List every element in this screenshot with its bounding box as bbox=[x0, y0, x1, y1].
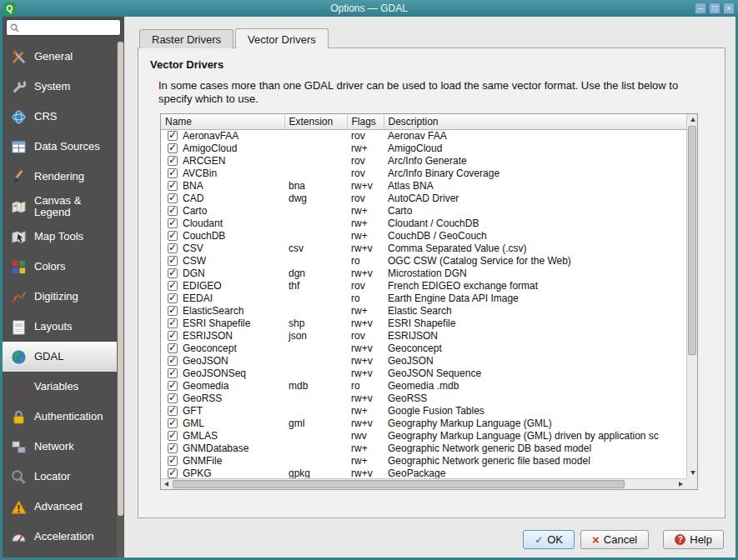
table-row[interactable]: BNA bna rw+v Atlas BNA bbox=[161, 179, 686, 192]
close-button[interactable]: × bbox=[723, 2, 735, 14]
system-wrench-icon bbox=[8, 77, 28, 97]
table-row[interactable]: Carto rw+ Carto bbox=[161, 204, 686, 217]
column-header-name[interactable]: Name bbox=[161, 114, 284, 130]
scroll-left-button[interactable] bbox=[161, 479, 172, 490]
column-header-description[interactable]: Description bbox=[384, 114, 686, 130]
scroll-down-button[interactable] bbox=[687, 468, 698, 478]
sidebar-item-crs[interactable]: CRS bbox=[3, 102, 117, 132]
table-row[interactable]: CSV csv rw+v Comma Separated Value (.csv… bbox=[161, 242, 686, 254]
sidebar-item-network[interactable]: Network bbox=[3, 432, 117, 462]
table-row[interactable]: GML gml rw+v Geography Markup Language (… bbox=[161, 417, 686, 429]
titlebar[interactable]: Q Options — GDAL – □ × bbox=[0, 0, 738, 17]
sidebar-search-box[interactable] bbox=[6, 19, 121, 36]
table-row[interactable]: GeoJSONSeq rw+v GeoJSON Sequence bbox=[161, 367, 686, 379]
table-row[interactable]: GMLAS rwv Geography Markup Language (GML… bbox=[161, 429, 686, 442]
sidebar-item-layouts[interactable]: Layouts bbox=[3, 312, 117, 342]
table-row[interactable]: AeronavFAA rov Aeronav FAA bbox=[161, 129, 686, 142]
driver-checkbox[interactable] bbox=[168, 318, 178, 328]
cancel-button[interactable]: Cancel bbox=[580, 530, 649, 549]
driver-checkbox[interactable] bbox=[168, 306, 178, 316]
sidebar-item-locator[interactable]: Locator bbox=[3, 462, 117, 492]
driver-checkbox[interactable] bbox=[168, 456, 178, 466]
table-row[interactable]: ARCGEN rov Arc/Info Generate bbox=[161, 154, 686, 167]
locator-search-icon bbox=[8, 467, 28, 487]
driver-checkbox[interactable] bbox=[168, 218, 178, 228]
tab-vector-drivers[interactable]: Vector Drivers bbox=[235, 28, 329, 48]
driver-checkbox[interactable] bbox=[168, 331, 178, 341]
sidebar-item-canvas-legend[interactable]: Canvas & Legend bbox=[3, 192, 117, 222]
table-row[interactable]: Geoconcept rw+v Geoconcept bbox=[161, 342, 686, 354]
tab-raster-drivers[interactable]: Raster Drivers bbox=[139, 29, 233, 48]
table-row[interactable]: ESRI Shapefile shp rw+v ESRI Shapefile bbox=[161, 317, 686, 329]
column-header-flags[interactable]: Flags bbox=[347, 114, 384, 130]
driver-checkbox[interactable] bbox=[168, 293, 178, 303]
minimize-button[interactable]: – bbox=[695, 2, 706, 14]
table-row[interactable]: Geomedia mdb ro Geomedia .mdb bbox=[161, 379, 686, 392]
driver-checkbox[interactable] bbox=[168, 156, 178, 166]
driver-checkbox[interactable] bbox=[168, 356, 178, 366]
table-row[interactable]: Cloudant rw+ Cloudant / CouchDB bbox=[161, 217, 686, 229]
sidebar-item-rendering[interactable]: Rendering bbox=[3, 162, 117, 192]
driver-checkbox[interactable] bbox=[168, 468, 178, 478]
driver-checkbox[interactable] bbox=[168, 243, 178, 253]
sidebar-scrollbar-thumb[interactable] bbox=[118, 42, 123, 516]
sidebar-item-data-sources[interactable]: Data Sources bbox=[3, 132, 117, 162]
driver-checkbox[interactable] bbox=[168, 206, 178, 216]
table-row[interactable]: CAD dwg rov AutoCAD Driver bbox=[161, 192, 686, 204]
driver-checkbox[interactable] bbox=[168, 443, 178, 453]
sidebar-item-advanced[interactable]: Advanced bbox=[3, 492, 117, 522]
driver-checkbox[interactable] bbox=[168, 281, 178, 291]
table-row[interactable]: AVCBin rov Arc/Info Binary Coverage bbox=[161, 167, 686, 179]
sidebar-item-gdal[interactable]: GDAL bbox=[3, 342, 117, 372]
sidebar-item-digitizing[interactable]: Digitizing bbox=[3, 282, 117, 312]
driver-checkbox[interactable] bbox=[168, 181, 178, 191]
table-row[interactable]: GNMFile rw+ Geographic Network generic f… bbox=[161, 454, 686, 467]
sidebar-item-map-tools[interactable]: Map Tools bbox=[3, 222, 117, 252]
driver-checkbox[interactable] bbox=[168, 143, 178, 153]
driver-checkbox[interactable] bbox=[168, 343, 178, 353]
sidebar-item-acceleration[interactable]: Acceleration bbox=[3, 522, 117, 552]
driver-checkbox[interactable] bbox=[168, 406, 178, 416]
table-row[interactable]: EDIGEO thf rov French EDIGEO exchange fo… bbox=[161, 279, 686, 292]
sidebar-item-general[interactable]: General bbox=[3, 42, 117, 72]
maximize-button[interactable]: □ bbox=[709, 2, 720, 14]
driver-checkbox[interactable] bbox=[168, 381, 178, 391]
driver-checkbox[interactable] bbox=[168, 418, 178, 428]
table-row[interactable]: ElasticSearch rw+ Elastic Search bbox=[161, 304, 686, 317]
scroll-right-button[interactable] bbox=[675, 479, 686, 490]
driver-checkbox[interactable] bbox=[168, 393, 178, 403]
horizontal-scrollbar[interactable] bbox=[161, 478, 686, 489]
table-row[interactable]: AmigoCloud rw+ AmigoCloud bbox=[161, 142, 686, 154]
horizontal-scrollbar-thumb[interactable] bbox=[173, 480, 625, 488]
column-header-extension[interactable]: Extension bbox=[284, 114, 347, 130]
scroll-up-button[interactable] bbox=[687, 114, 698, 125]
vertical-scrollbar-thumb[interactable] bbox=[688, 126, 696, 355]
driver-checkbox[interactable] bbox=[168, 431, 178, 441]
table-row[interactable]: DGN dgn rw+v Microstation DGN bbox=[161, 267, 686, 279]
sidebar-scrollbar[interactable] bbox=[117, 42, 124, 558]
driver-checkbox[interactable] bbox=[168, 268, 178, 278]
table-row[interactable]: GFT rw+ Google Fusion Tables bbox=[161, 404, 686, 417]
sidebar-item-system[interactable]: System bbox=[3, 72, 117, 102]
driver-checkbox[interactable] bbox=[168, 231, 178, 241]
driver-checkbox[interactable] bbox=[168, 168, 178, 178]
table-row[interactable]: GNMDatabase rw+ Geographic Network gener… bbox=[161, 442, 686, 454]
ok-button[interactable]: OK bbox=[523, 530, 575, 549]
search-input[interactable] bbox=[22, 22, 117, 33]
table-row[interactable]: GeoJSON rw+v GeoJSON bbox=[161, 354, 686, 367]
table-row[interactable]: CouchDB rw+ CouchDB / GeoCouch bbox=[161, 229, 686, 242]
table-row[interactable]: CSW ro OGC CSW (Catalog Service for the … bbox=[161, 254, 686, 267]
driver-checkbox[interactable] bbox=[168, 131, 178, 141]
driver-checkbox[interactable] bbox=[168, 368, 178, 378]
sidebar-item-variables[interactable]: εx Variables bbox=[3, 372, 117, 402]
table-row[interactable]: GPKG gpkg rw+v GeoPackage bbox=[161, 467, 686, 478]
table-row[interactable]: EEDAI ro Earth Engine Data API Image bbox=[161, 292, 686, 304]
sidebar-item-authentication[interactable]: Authentication bbox=[3, 402, 117, 432]
driver-checkbox[interactable] bbox=[168, 193, 178, 203]
vertical-scrollbar[interactable] bbox=[686, 114, 697, 478]
table-row[interactable]: GeoRSS rw+v GeoRSS bbox=[161, 392, 686, 404]
sidebar-item-colors[interactable]: Colors bbox=[3, 252, 117, 282]
table-row[interactable]: ESRIJSON json rov ESRIJSON bbox=[161, 329, 686, 342]
driver-checkbox[interactable] bbox=[168, 256, 178, 266]
help-button[interactable]: Help bbox=[663, 530, 724, 549]
